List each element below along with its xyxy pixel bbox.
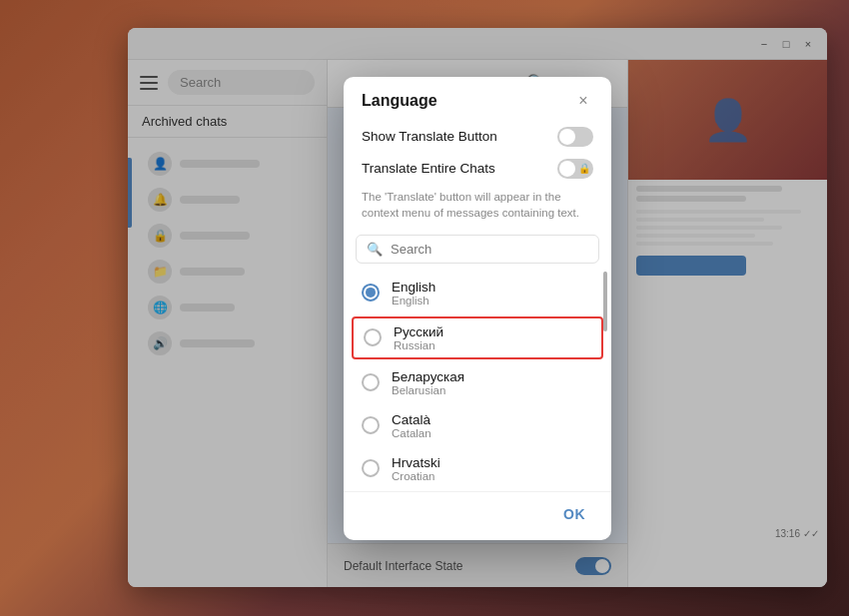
translate-chats-toggle[interactable]: [557, 158, 593, 178]
lang-native-russian: Russian: [394, 339, 443, 351]
dialog-footer: OK: [344, 491, 611, 540]
show-translate-toggle[interactable]: [557, 126, 593, 146]
translate-chats-label: Translate Entire Chats: [362, 161, 495, 176]
radio-catalan[interactable]: [362, 416, 380, 434]
dialog-header: Language ×: [344, 76, 611, 120]
language-item-english[interactable]: English English: [344, 272, 611, 314]
lang-names-russian: Русский Russian: [394, 324, 443, 351]
lang-names-belarusian: Беларуская Belarusian: [392, 369, 464, 396]
language-dialog: Language × Show Translate Button Transla…: [344, 76, 611, 539]
lang-names-english: English English: [392, 280, 435, 307]
radio-english[interactable]: [362, 284, 380, 302]
language-item-belarusian[interactable]: Беларуская Belarusian: [344, 361, 611, 404]
language-list: English English Русский Russian Беларуск…: [344, 272, 611, 491]
translate-chats-setting-row: Translate Entire Chats: [344, 152, 611, 184]
dialog-search-icon: 🔍: [367, 242, 383, 257]
dialog-hint: The 'Translate' button will appear in th…: [344, 184, 611, 230]
radio-croatian[interactable]: [362, 459, 380, 477]
language-item-russian[interactable]: Русский Russian: [352, 316, 603, 359]
lang-name-russian: Русский: [394, 324, 443, 339]
show-translate-setting-row: Show Translate Button: [344, 120, 611, 152]
dialog-search-box[interactable]: 🔍: [356, 235, 599, 264]
lang-name-catalan: Català: [392, 412, 431, 427]
language-item-catalan[interactable]: Català Catalan: [344, 404, 611, 447]
lang-names-croatian: Hrvatski Croatian: [392, 455, 440, 482]
language-item-croatian[interactable]: Hrvatski Croatian: [344, 447, 611, 490]
ok-button[interactable]: OK: [555, 502, 593, 526]
lang-native-belarusian: Belarusian: [392, 384, 464, 396]
lang-native-catalan: Catalan: [392, 427, 431, 439]
lang-native-english: English: [392, 295, 435, 307]
radio-belarusian[interactable]: [362, 373, 380, 391]
lang-name-english: English: [392, 280, 435, 295]
lang-name-croatian: Hrvatski: [392, 455, 440, 470]
radio-russian[interactable]: [364, 328, 382, 346]
lang-names-catalan: Català Catalan: [392, 412, 431, 439]
lang-name-belarusian: Беларуская: [392, 369, 464, 384]
dialog-search-input[interactable]: [391, 242, 588, 257]
show-translate-label: Show Translate Button: [362, 129, 497, 144]
dialog-title: Language: [362, 91, 437, 109]
dialog-close-button[interactable]: ×: [573, 90, 593, 110]
lang-native-croatian: Croatian: [392, 470, 440, 482]
radio-inner-english: [366, 288, 376, 298]
